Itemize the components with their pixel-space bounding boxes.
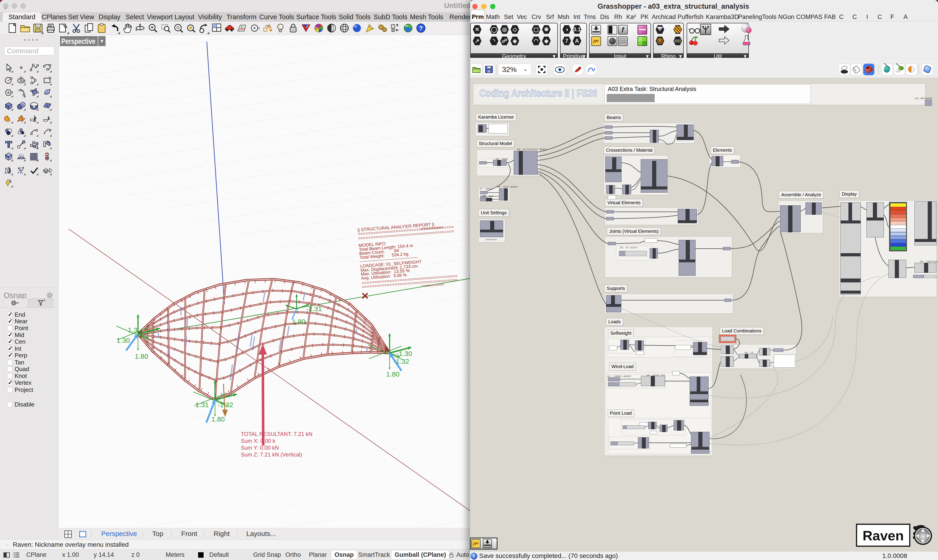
svg-text:-1.32: -1.32: [394, 358, 409, 365]
svg-text:1.80: 1.80: [386, 370, 400, 378]
svg-text:1.31: 1.31: [195, 401, 209, 409]
svg-text:✕: ✕: [361, 291, 369, 302]
svg-text:1.80: 1.80: [292, 318, 305, 325]
svg-text:TOTAL RESULTANT: 7.21 kN: TOTAL RESULTANT: 7.21 kN: [241, 431, 312, 437]
svg-text:-1.31: -1.31: [306, 305, 322, 312]
svg-text:Sum Z: 7.21 kN (Vertical): Sum Z: 7.21 kN (Vertical): [241, 451, 302, 458]
svg-text:1.3: 1.3: [128, 326, 138, 334]
svg-text:-1.32: -1.32: [218, 401, 233, 409]
svg-text:1.80: 1.80: [211, 415, 225, 423]
svg-text:Sum X: 0.00 k: Sum X: 0.00 k: [241, 438, 275, 444]
svg-text:1.30: 1.30: [117, 337, 130, 344]
svg-text:1.80: 1.80: [135, 352, 148, 360]
svg-text:-1.30: -1.30: [397, 350, 412, 357]
svg-text:Sum Y: 0.00 kN: Sum Y: 0.00 kN: [241, 445, 279, 451]
svg-text:?: ?: [419, 25, 423, 32]
